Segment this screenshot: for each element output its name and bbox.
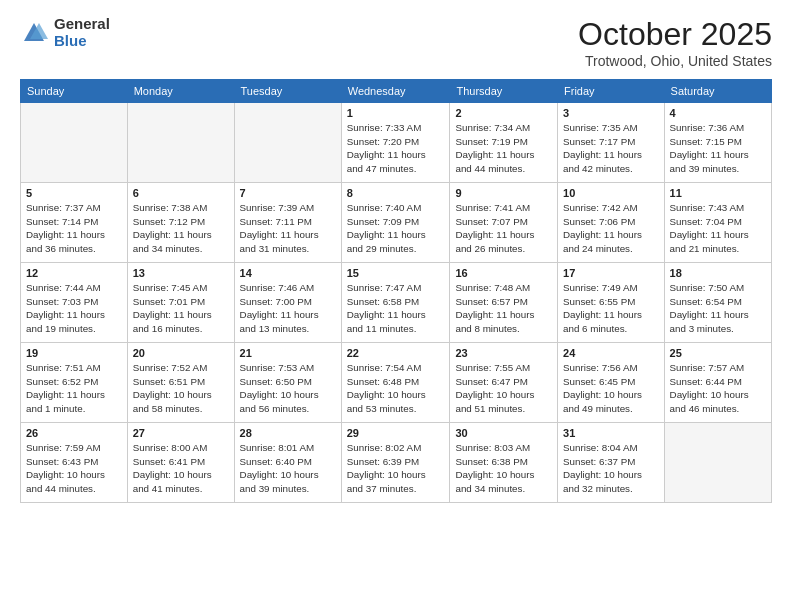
day-info: Sunrise: 7:55 AM Sunset: 6:47 PM Dayligh…: [455, 361, 552, 416]
day-cell-23: 23Sunrise: 7:55 AM Sunset: 6:47 PM Dayli…: [450, 343, 558, 423]
day-info: Sunrise: 7:45 AM Sunset: 7:01 PM Dayligh…: [133, 281, 229, 336]
day-number: 21: [240, 347, 336, 359]
day-number: 1: [347, 107, 445, 119]
weekday-header-thursday: Thursday: [450, 80, 558, 103]
day-cell-19: 19Sunrise: 7:51 AM Sunset: 6:52 PM Dayli…: [21, 343, 128, 423]
empty-cell: [234, 103, 341, 183]
day-cell-22: 22Sunrise: 7:54 AM Sunset: 6:48 PM Dayli…: [341, 343, 450, 423]
day-cell-16: 16Sunrise: 7:48 AM Sunset: 6:57 PM Dayli…: [450, 263, 558, 343]
day-cell-8: 8Sunrise: 7:40 AM Sunset: 7:09 PM Daylig…: [341, 183, 450, 263]
empty-cell: [664, 423, 771, 503]
day-number: 15: [347, 267, 445, 279]
day-info: Sunrise: 7:46 AM Sunset: 7:00 PM Dayligh…: [240, 281, 336, 336]
day-number: 31: [563, 427, 659, 439]
header: General Blue October 2025 Trotwood, Ohio…: [20, 16, 772, 69]
day-number: 23: [455, 347, 552, 359]
day-number: 28: [240, 427, 336, 439]
day-cell-24: 24Sunrise: 7:56 AM Sunset: 6:45 PM Dayli…: [558, 343, 665, 423]
day-number: 16: [455, 267, 552, 279]
day-number: 17: [563, 267, 659, 279]
day-cell-13: 13Sunrise: 7:45 AM Sunset: 7:01 PM Dayli…: [127, 263, 234, 343]
day-info: Sunrise: 7:50 AM Sunset: 6:54 PM Dayligh…: [670, 281, 766, 336]
day-cell-9: 9Sunrise: 7:41 AM Sunset: 7:07 PM Daylig…: [450, 183, 558, 263]
day-cell-4: 4Sunrise: 7:36 AM Sunset: 7:15 PM Daylig…: [664, 103, 771, 183]
day-info: Sunrise: 7:35 AM Sunset: 7:17 PM Dayligh…: [563, 121, 659, 176]
day-info: Sunrise: 7:34 AM Sunset: 7:19 PM Dayligh…: [455, 121, 552, 176]
day-cell-20: 20Sunrise: 7:52 AM Sunset: 6:51 PM Dayli…: [127, 343, 234, 423]
day-info: Sunrise: 7:41 AM Sunset: 7:07 PM Dayligh…: [455, 201, 552, 256]
empty-cell: [21, 103, 128, 183]
day-number: 25: [670, 347, 766, 359]
day-cell-18: 18Sunrise: 7:50 AM Sunset: 6:54 PM Dayli…: [664, 263, 771, 343]
day-info: Sunrise: 7:57 AM Sunset: 6:44 PM Dayligh…: [670, 361, 766, 416]
day-number: 3: [563, 107, 659, 119]
day-info: Sunrise: 7:52 AM Sunset: 6:51 PM Dayligh…: [133, 361, 229, 416]
week-row-5: 26Sunrise: 7:59 AM Sunset: 6:43 PM Dayli…: [21, 423, 772, 503]
day-number: 24: [563, 347, 659, 359]
day-number: 13: [133, 267, 229, 279]
day-cell-12: 12Sunrise: 7:44 AM Sunset: 7:03 PM Dayli…: [21, 263, 128, 343]
logo: General Blue: [20, 16, 110, 49]
weekday-header-monday: Monday: [127, 80, 234, 103]
day-number: 4: [670, 107, 766, 119]
logo-icon: [20, 19, 48, 47]
logo-text: General Blue: [54, 16, 110, 49]
day-info: Sunrise: 7:36 AM Sunset: 7:15 PM Dayligh…: [670, 121, 766, 176]
day-number: 8: [347, 187, 445, 199]
day-number: 26: [26, 427, 122, 439]
weekday-header-tuesday: Tuesday: [234, 80, 341, 103]
day-number: 18: [670, 267, 766, 279]
day-cell-10: 10Sunrise: 7:42 AM Sunset: 7:06 PM Dayli…: [558, 183, 665, 263]
day-info: Sunrise: 7:47 AM Sunset: 6:58 PM Dayligh…: [347, 281, 445, 336]
weekday-header-saturday: Saturday: [664, 80, 771, 103]
day-number: 2: [455, 107, 552, 119]
day-info: Sunrise: 7:48 AM Sunset: 6:57 PM Dayligh…: [455, 281, 552, 336]
day-cell-14: 14Sunrise: 7:46 AM Sunset: 7:00 PM Dayli…: [234, 263, 341, 343]
month-title: October 2025: [578, 16, 772, 53]
day-info: Sunrise: 7:56 AM Sunset: 6:45 PM Dayligh…: [563, 361, 659, 416]
weekday-header-friday: Friday: [558, 80, 665, 103]
title-area: October 2025 Trotwood, Ohio, United Stat…: [578, 16, 772, 69]
day-info: Sunrise: 7:38 AM Sunset: 7:12 PM Dayligh…: [133, 201, 229, 256]
day-info: Sunrise: 7:33 AM Sunset: 7:20 PM Dayligh…: [347, 121, 445, 176]
day-number: 22: [347, 347, 445, 359]
day-info: Sunrise: 7:53 AM Sunset: 6:50 PM Dayligh…: [240, 361, 336, 416]
day-info: Sunrise: 7:39 AM Sunset: 7:11 PM Dayligh…: [240, 201, 336, 256]
location: Trotwood, Ohio, United States: [578, 53, 772, 69]
day-cell-31: 31Sunrise: 8:04 AM Sunset: 6:37 PM Dayli…: [558, 423, 665, 503]
weekday-header-wednesday: Wednesday: [341, 80, 450, 103]
week-row-3: 12Sunrise: 7:44 AM Sunset: 7:03 PM Dayli…: [21, 263, 772, 343]
day-cell-3: 3Sunrise: 7:35 AM Sunset: 7:17 PM Daylig…: [558, 103, 665, 183]
day-info: Sunrise: 7:59 AM Sunset: 6:43 PM Dayligh…: [26, 441, 122, 496]
weekday-header-row: SundayMondayTuesdayWednesdayThursdayFrid…: [21, 80, 772, 103]
day-cell-7: 7Sunrise: 7:39 AM Sunset: 7:11 PM Daylig…: [234, 183, 341, 263]
calendar: SundayMondayTuesdayWednesdayThursdayFrid…: [20, 79, 772, 503]
page: General Blue October 2025 Trotwood, Ohio…: [0, 0, 792, 612]
day-number: 11: [670, 187, 766, 199]
day-cell-27: 27Sunrise: 8:00 AM Sunset: 6:41 PM Dayli…: [127, 423, 234, 503]
day-cell-1: 1Sunrise: 7:33 AM Sunset: 7:20 PM Daylig…: [341, 103, 450, 183]
day-number: 14: [240, 267, 336, 279]
day-info: Sunrise: 7:49 AM Sunset: 6:55 PM Dayligh…: [563, 281, 659, 336]
day-cell-6: 6Sunrise: 7:38 AM Sunset: 7:12 PM Daylig…: [127, 183, 234, 263]
day-info: Sunrise: 8:01 AM Sunset: 6:40 PM Dayligh…: [240, 441, 336, 496]
weekday-header-sunday: Sunday: [21, 80, 128, 103]
day-info: Sunrise: 8:00 AM Sunset: 6:41 PM Dayligh…: [133, 441, 229, 496]
day-info: Sunrise: 7:54 AM Sunset: 6:48 PM Dayligh…: [347, 361, 445, 416]
day-info: Sunrise: 8:02 AM Sunset: 6:39 PM Dayligh…: [347, 441, 445, 496]
day-number: 19: [26, 347, 122, 359]
day-cell-30: 30Sunrise: 8:03 AM Sunset: 6:38 PM Dayli…: [450, 423, 558, 503]
day-info: Sunrise: 7:51 AM Sunset: 6:52 PM Dayligh…: [26, 361, 122, 416]
day-number: 30: [455, 427, 552, 439]
day-cell-17: 17Sunrise: 7:49 AM Sunset: 6:55 PM Dayli…: [558, 263, 665, 343]
day-cell-15: 15Sunrise: 7:47 AM Sunset: 6:58 PM Dayli…: [341, 263, 450, 343]
day-cell-21: 21Sunrise: 7:53 AM Sunset: 6:50 PM Dayli…: [234, 343, 341, 423]
day-cell-11: 11Sunrise: 7:43 AM Sunset: 7:04 PM Dayli…: [664, 183, 771, 263]
day-number: 10: [563, 187, 659, 199]
day-cell-29: 29Sunrise: 8:02 AM Sunset: 6:39 PM Dayli…: [341, 423, 450, 503]
week-row-4: 19Sunrise: 7:51 AM Sunset: 6:52 PM Dayli…: [21, 343, 772, 423]
day-cell-26: 26Sunrise: 7:59 AM Sunset: 6:43 PM Dayli…: [21, 423, 128, 503]
day-cell-28: 28Sunrise: 8:01 AM Sunset: 6:40 PM Dayli…: [234, 423, 341, 503]
empty-cell: [127, 103, 234, 183]
day-number: 27: [133, 427, 229, 439]
